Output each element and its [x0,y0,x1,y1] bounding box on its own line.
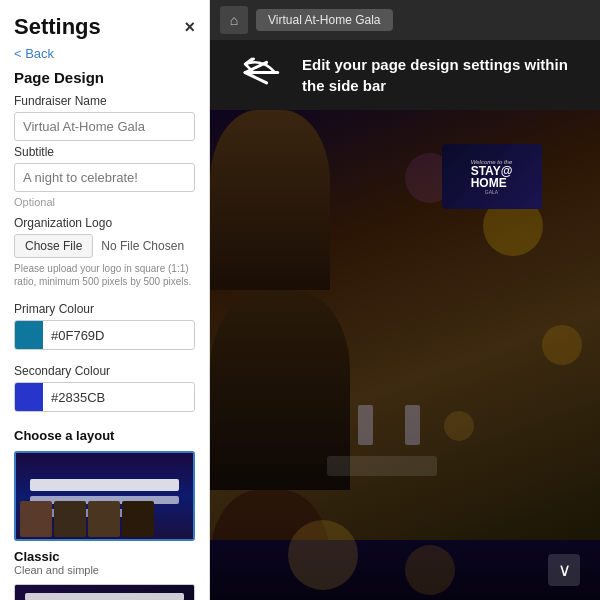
layout-thumb-bar1 [30,479,179,491]
layout-thumb2-bar1 [25,593,184,600]
logo-hint: Please upload your logo in square (1:1) … [0,262,209,298]
settings-sidebar: Settings × < Back Page Design Fundraiser… [0,0,210,600]
home-icon-button[interactable]: ⌂ [220,6,248,34]
chevron-down-button[interactable]: ∨ [548,554,580,586]
bokeh-bottom-2 [405,545,455,595]
subtitle-input[interactable] [14,163,195,192]
layout-thumb-image [16,453,193,539]
secondary-colour-field: #2835CB [14,382,195,412]
arrow-svg [228,53,288,93]
bokeh-2 [542,325,582,365]
primary-colour-swatch[interactable] [15,321,43,349]
edit-banner-text: Edit your page design settings within th… [302,54,582,96]
layout-thumb-inner [16,499,193,539]
layout-person-3 [88,501,120,537]
secondary-colour-label: Secondary Colour [0,360,209,382]
bokeh-3 [444,411,474,441]
sidebar-title: Settings [14,14,101,40]
glasses-item-1 [358,405,373,445]
tab-bar: ⌂ Virtual At-Home Gala [210,0,600,40]
page-tab[interactable]: Virtual At-Home Gala [256,9,393,31]
layout-classic-name: Classic [0,547,209,564]
main-image-area: Welcome to the STAY@HOME GALA [210,110,600,540]
secondary-colour-value: #2835CB [43,386,194,409]
choose-layout-label: Choose a layout [0,422,209,451]
section-title: Page Design [0,67,209,94]
sidebar-header: Settings × [0,0,209,44]
tv-text-gala: GALA [485,189,498,195]
tv-inner: Welcome to the STAY@HOME GALA [442,144,542,209]
arrow-icon [228,53,288,97]
bottom-strip: ∨ [210,540,600,600]
layout-classic-desc: Clean and simple [0,564,209,584]
subtitle-label: Subtitle [0,145,209,163]
back-link[interactable]: < Back [0,44,209,67]
table-item [327,456,437,476]
primary-colour-label: Primary Colour [0,298,209,320]
choose-file-button[interactable]: Chose File [14,234,93,258]
person-silhouette-1 [210,110,330,290]
close-button[interactable]: × [184,17,195,38]
optional-label: Optional [0,196,209,216]
file-chosen-text: No File Chosen [101,239,184,253]
tv-text-stay: STAY@HOME [471,165,513,189]
main-content: ⌂ Virtual At-Home Gala Edit your page de… [210,0,600,600]
secondary-colour-swatch[interactable] [15,383,43,411]
layout-second-thumbnail[interactable] [14,584,195,600]
layout-classic-thumbnail[interactable] [14,451,195,541]
org-logo-label: Organization Logo [0,216,209,234]
layout-person-2 [54,501,86,537]
layout-person-4 [122,501,154,537]
logo-upload-row: Chose File No File Chosen [0,234,209,262]
edit-banner: Edit your page design settings within th… [210,40,600,110]
layout-thumb2-image [15,585,194,600]
fundraiser-name-label: Fundraiser Name [0,94,209,112]
primary-colour-field: #0F769D [14,320,195,350]
primary-colour-value: #0F769D [43,324,194,347]
fundraiser-name-input[interactable] [14,112,195,141]
glasses-item-2 [405,405,420,445]
tv-screen: Welcome to the STAY@HOME GALA [442,144,542,209]
dinner-scene: Welcome to the STAY@HOME GALA [210,110,600,540]
layout-people-row [16,499,193,539]
bokeh-bottom-1 [288,520,358,590]
layout-person-1 [20,501,52,537]
